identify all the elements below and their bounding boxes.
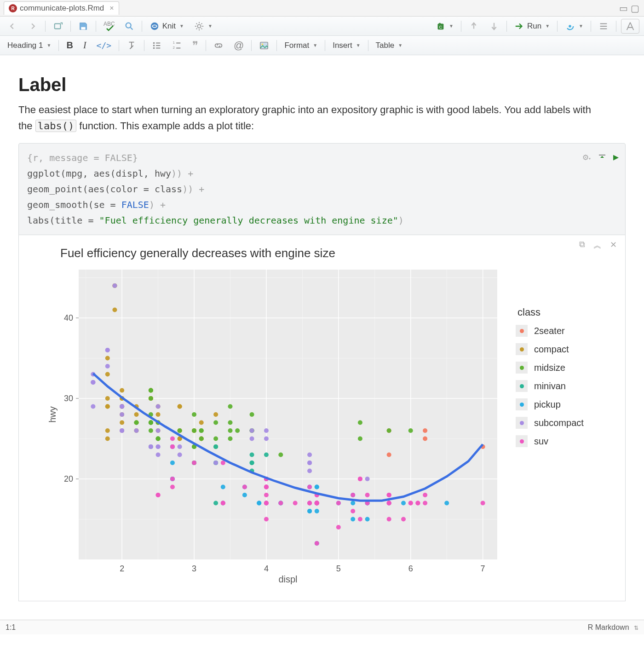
svg-point-162 xyxy=(401,501,406,506)
code-chunk[interactable]: ⚙︎▾ ▶ {r, message = FALSE} ggplot(mpg, a… xyxy=(18,143,626,235)
svg-point-57 xyxy=(120,388,124,393)
close-icon[interactable]: × xyxy=(109,4,114,12)
svg-point-210 xyxy=(120,412,124,417)
knit-button[interactable]: Knit ▼ xyxy=(147,20,187,33)
numbered-list-button[interactable]: 12 xyxy=(169,39,185,52)
prose-paragraph: The easiest place to start when turning … xyxy=(18,102,607,134)
svg-point-251 xyxy=(336,501,341,506)
run-chunk-icon[interactable]: ▶ xyxy=(613,149,619,165)
svg-point-10 xyxy=(153,45,155,46)
legend-item: 2seater xyxy=(516,325,584,337)
svg-point-158 xyxy=(315,485,319,489)
output-close-icon[interactable]: ✕ xyxy=(610,240,617,251)
output-popup-icon[interactable]: ⧉ xyxy=(579,240,585,251)
svg-point-107 xyxy=(408,428,413,433)
svg-point-2 xyxy=(126,23,131,28)
table-menu[interactable]: Table▼ xyxy=(373,40,406,52)
spellcheck-button[interactable]: ABC xyxy=(101,20,117,33)
find-button[interactable] xyxy=(121,20,137,33)
svg-text:3: 3 xyxy=(192,564,196,573)
svg-point-187 xyxy=(250,437,254,441)
svg-point-232 xyxy=(423,501,427,506)
format-menu[interactable]: Format▼ xyxy=(282,40,320,52)
outline-button[interactable] xyxy=(596,20,611,33)
svg-point-231 xyxy=(423,493,427,497)
svg-text:6: 6 xyxy=(408,564,413,573)
svg-point-183 xyxy=(365,517,370,522)
svg-point-111 xyxy=(228,404,232,409)
prev-chunk-button[interactable] xyxy=(466,20,482,33)
svg-point-84 xyxy=(213,412,218,417)
window-controls: ▭ ▢ xyxy=(619,3,644,14)
visual-editor-button[interactable] xyxy=(621,19,639,34)
svg-point-139 xyxy=(250,412,254,417)
svg-point-275 xyxy=(221,501,225,506)
svg-point-189 xyxy=(264,437,269,441)
minimize-icon[interactable]: ▭ xyxy=(619,3,628,14)
output-controls: ⧉ ︽ ✕ xyxy=(579,240,617,251)
next-chunk-button[interactable] xyxy=(486,20,502,33)
svg-point-154 xyxy=(242,493,247,497)
svg-point-61 xyxy=(199,420,204,425)
run-above-icon[interactable] xyxy=(598,149,607,165)
citation-button[interactable]: @ xyxy=(231,38,247,53)
italic-button[interactable]: I xyxy=(80,39,89,52)
svg-point-160 xyxy=(351,501,355,506)
svg-point-256 xyxy=(315,541,319,546)
link-button[interactable] xyxy=(211,39,226,52)
svg-point-284 xyxy=(387,501,391,506)
svg-point-205 xyxy=(149,444,153,449)
svg-point-102 xyxy=(199,437,204,441)
svg-point-119 xyxy=(213,420,218,425)
bold-button[interactable]: B xyxy=(63,39,75,52)
publish-button[interactable]: ▼ xyxy=(562,20,586,33)
forward-button[interactable] xyxy=(25,20,40,33)
code-button[interactable]: </> xyxy=(94,39,115,52)
svg-point-11 xyxy=(153,47,155,49)
svg-point-56 xyxy=(105,404,110,409)
svg-text:1: 1 xyxy=(173,40,175,45)
blockquote-button[interactable]: ❞ xyxy=(190,38,201,53)
svg-point-260 xyxy=(264,501,269,506)
svg-point-86 xyxy=(105,372,110,377)
maximize-icon[interactable]: ▢ xyxy=(631,3,639,14)
save-button[interactable] xyxy=(75,20,91,33)
show-in-new-window-button[interactable] xyxy=(50,20,66,33)
svg-point-283 xyxy=(315,501,319,506)
language-mode[interactable]: R Markdown ⇅ xyxy=(588,623,638,632)
svg-point-262 xyxy=(293,501,298,506)
svg-point-106 xyxy=(387,428,391,433)
image-button[interactable] xyxy=(256,39,272,52)
svg-text:5: 5 xyxy=(336,564,341,573)
output-collapse-icon[interactable]: ︽ xyxy=(593,240,602,251)
heading-dropdown[interactable]: Heading 1 ▼ xyxy=(5,40,54,52)
insert-menu[interactable]: Insert▼ xyxy=(330,40,363,52)
svg-point-200 xyxy=(105,364,110,369)
format-toolbar: Heading 1 ▼ B I </> 12 ❞ @ Format▼ Inser… xyxy=(0,36,644,55)
legend-item: subcompact xyxy=(516,417,584,429)
svg-point-267 xyxy=(264,493,269,497)
svg-point-243 xyxy=(351,493,355,497)
svg-point-273 xyxy=(170,485,175,489)
svg-point-225 xyxy=(358,517,362,522)
clear-format-button[interactable] xyxy=(124,39,139,52)
settings-button[interactable]: ▼ xyxy=(191,20,215,33)
chunk-settings-icon[interactable]: ⚙︎▾ xyxy=(583,149,591,165)
svg-point-121 xyxy=(156,437,161,441)
svg-point-65 xyxy=(120,420,124,425)
bullet-list-button[interactable] xyxy=(149,39,165,52)
run-button[interactable]: Run ▼ xyxy=(512,20,552,33)
svg-point-122 xyxy=(228,437,232,441)
svg-point-146 xyxy=(213,501,218,506)
run-label: Run xyxy=(527,22,541,31)
insert-chunk-button[interactable]: C▼ xyxy=(432,20,456,33)
svg-point-171 xyxy=(170,461,175,465)
svg-point-217 xyxy=(156,453,161,457)
file-tab[interactable]: R communicate-plots.Rmd × xyxy=(4,1,119,15)
svg-text:C: C xyxy=(439,24,443,29)
back-button[interactable] xyxy=(5,20,20,33)
svg-point-258 xyxy=(387,493,391,497)
svg-point-278 xyxy=(387,517,391,522)
svg-point-137 xyxy=(149,420,153,425)
chart-legend: class 2seatercompactmidsizeminivanpickup… xyxy=(516,265,584,454)
